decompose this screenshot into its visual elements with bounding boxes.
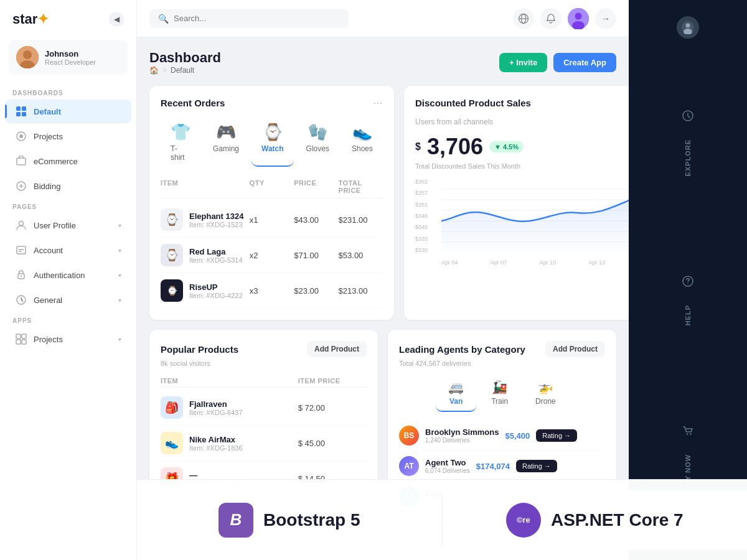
- svg-rect-5: [16, 112, 21, 116]
- item-info: Nike AirMax Item: #XDG-1836: [189, 435, 243, 452]
- sidebar-item-account[interactable]: Account ▾: [5, 238, 131, 262]
- chart-area: $362 $357 $351 $346 $340 $335 $330: [415, 179, 629, 266]
- create-app-button[interactable]: Create App: [553, 53, 616, 72]
- agent-avatar: BS: [399, 426, 419, 446]
- sidebar-item-projects[interactable]: Projects: [5, 124, 131, 148]
- item-name: RiseUP: [189, 282, 243, 292]
- invite-button[interactable]: + Invite: [499, 53, 547, 72]
- gloves-icon: 🧤: [308, 123, 327, 142]
- item-name: Red Laga: [189, 247, 243, 256]
- table-row: ⌚ Elephant 1324 Item: #XDG-1523 x1 $43.0…: [161, 202, 383, 238]
- globe-icon-button[interactable]: [513, 8, 534, 29]
- apps-icon: [15, 333, 27, 345]
- svg-rect-16: [16, 334, 21, 338]
- total-cell: $231.00: [339, 215, 383, 225]
- sidebar-item-ecommerce[interactable]: eCommerce: [5, 149, 131, 173]
- sidebar-item-projects-app[interactable]: Projects ▾: [5, 327, 131, 351]
- discount-label: Total Discounted Sales This Month: [415, 162, 629, 170]
- item-info: RiseUP Item: #XDG-4222: [189, 282, 243, 299]
- item-sku: Item: #XDG-1523: [189, 221, 243, 228]
- arrow-right-icon-button[interactable]: →: [595, 8, 616, 29]
- sidebar-item-general[interactable]: General ▾: [5, 288, 131, 312]
- qty-cell: x1: [250, 215, 294, 225]
- grid-icon: [15, 105, 27, 118]
- item-name: Nike AirMax: [189, 435, 243, 444]
- right-panel-avatar[interactable]: [677, 16, 699, 39]
- products-table-header: ITEM ITEM PRICE: [161, 375, 367, 388]
- table-row: ⌚ Red Laga Item: #XDG-5314 x2 $71.00 $53…: [161, 238, 383, 273]
- avatar: [16, 46, 39, 68]
- order-tab-tshirt[interactable]: 👕 T-shirt: [161, 118, 200, 167]
- topnav-avatar[interactable]: [568, 8, 589, 29]
- popular-products-title: Popular Products: [161, 344, 238, 355]
- agent-earnings: $5,400: [505, 431, 530, 441]
- search-box[interactable]: 🔍: [149, 9, 349, 28]
- account-icon: [15, 244, 27, 256]
- svg-point-11: [19, 222, 24, 226]
- card-header: Discounted Product Sales ⋯: [415, 97, 629, 109]
- topnav: 🔍 →: [137, 0, 629, 37]
- notification-icon-button[interactable]: [540, 8, 561, 29]
- order-tab-shoes[interactable]: 👟 Shoes: [342, 118, 383, 167]
- chevron-down-icon: ▾: [118, 272, 121, 279]
- chart-x-labels: Apr 04 Apr 07 Apr 10 Apr 13 Apr 18: [441, 259, 629, 266]
- col-item: ITEM: [161, 179, 250, 194]
- add-product-agents-button[interactable]: Add Product: [545, 341, 605, 357]
- sidebar-item-label: General: [34, 296, 112, 305]
- discounted-title: Discounted Product Sales: [415, 98, 531, 108]
- order-tab-watch[interactable]: ⌚ Watch: [251, 118, 294, 167]
- user-card[interactable]: Johnson React Developer: [9, 40, 128, 75]
- help-label: Help: [684, 300, 692, 330]
- bootstrap-logo: B: [218, 503, 253, 538]
- explore-button[interactable]: [675, 103, 700, 128]
- sidebar-collapse-button[interactable]: ◀: [109, 12, 124, 27]
- agent-tabs: 🚐 Van 🚂 Train 🚁 Drone: [399, 375, 605, 412]
- agent-tab-train[interactable]: 🚂 Train: [479, 375, 520, 412]
- item-image: ⌚: [161, 279, 183, 302]
- sidebar-item-bidding[interactable]: Bidding: [5, 174, 131, 198]
- help-button[interactable]: [675, 269, 700, 294]
- sidebar-item-authentication[interactable]: Authentication ▾: [5, 263, 131, 287]
- chart-y-label: $346: [415, 213, 440, 219]
- agent-avatar: AT: [399, 456, 419, 476]
- sidebar-item-default[interactable]: Default: [5, 100, 131, 123]
- overlay-bar: B Bootstrap 5 ©re ASP.NET Core 7: [137, 479, 747, 560]
- sidebar-item-user-profile[interactable]: User Profile ▾: [5, 213, 131, 237]
- price-cell: $43.00: [294, 215, 338, 225]
- buy-now-button[interactable]: [675, 418, 700, 443]
- agent-tab-van[interactable]: 🚐 Van: [436, 375, 476, 412]
- svg-rect-17: [22, 334, 26, 338]
- chart-y-label: $357: [415, 190, 440, 196]
- item-image: 👟: [161, 432, 183, 454]
- breadcrumb-row: Dashboard 🏠 > Default + Invite Create Ap…: [149, 50, 616, 75]
- agent-tab-drone[interactable]: 🚁 Drone: [523, 375, 568, 412]
- order-tab-gaming[interactable]: 🎮 Gaming: [203, 118, 249, 167]
- rating-button[interactable]: Rating →: [536, 429, 577, 442]
- item-sku: Item: #XDG-1836: [189, 444, 243, 452]
- main-content: 🔍 → Dashboard 🏠 > Default: [137, 0, 629, 560]
- order-tab-gloves[interactable]: 🧤 Gloves: [296, 118, 339, 167]
- bootstrap-b: B: [230, 510, 242, 530]
- agent-name: Brooklyn Simmons: [425, 427, 499, 437]
- card-header: Recent Orders ⋯: [161, 97, 383, 109]
- item-info: Fjallraven Item: #XDG-6437: [189, 399, 243, 416]
- chart-y-label: $330: [415, 247, 440, 253]
- svg-rect-9: [17, 158, 26, 165]
- card-menu-icon[interactable]: ⋯: [373, 97, 383, 109]
- agents-subtitle: Total 424,567 deliveries: [399, 360, 605, 367]
- search-input[interactable]: [174, 14, 340, 23]
- qty-cell: x2: [250, 251, 294, 260]
- svg-rect-4: [22, 106, 26, 111]
- tab-label: T-shirt: [171, 144, 190, 162]
- aspnet-name: ASP.NET Core 7: [551, 510, 684, 530]
- rating-button[interactable]: Rating →: [516, 460, 557, 472]
- chevron-down-icon: ▾: [118, 222, 121, 229]
- add-product-button[interactable]: Add Product: [307, 341, 367, 357]
- price-value: $ 45.00: [298, 439, 367, 448]
- discount-value: 3,706: [427, 134, 483, 160]
- section-title-apps: APPS: [0, 312, 136, 327]
- order-tabs: 👕 T-shirt 🎮 Gaming ⌚ Watch 🧤 Gloves: [161, 118, 383, 167]
- right-panel: Explore Help Buy now: [629, 0, 747, 560]
- discounted-sales-card: Discounted Product Sales ⋯ Users from al…: [404, 86, 629, 320]
- recent-orders-card: Recent Orders ⋯ 👕 T-shirt 🎮 Gaming ⌚: [149, 86, 394, 320]
